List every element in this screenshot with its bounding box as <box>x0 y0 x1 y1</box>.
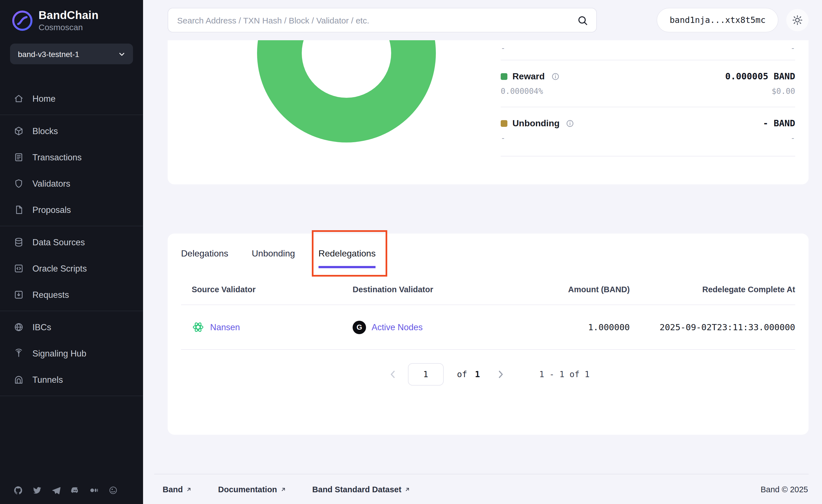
reward-amount: 0.000005 BAND <box>725 71 795 82</box>
sun-icon <box>792 15 803 26</box>
sidebar-item-label: Data Sources <box>32 237 85 247</box>
nansen-validator-icon <box>192 321 204 334</box>
sidebar-item-requests[interactable]: Requests <box>0 282 143 308</box>
github-icon[interactable] <box>13 486 23 495</box>
staking-tabs: Delegations Unbonding Redelegations <box>181 233 795 268</box>
blocks-icon <box>13 126 24 136</box>
footer: Band Documentation Band Standard Dataset… <box>154 474 809 504</box>
sidebar-item-proposals[interactable]: Proposals <box>0 197 143 223</box>
balance-breakdown-panel: - - Reward 0.000005 BAND 0.000004% <box>501 44 795 156</box>
validators-icon <box>13 178 24 189</box>
sidebar-item-blocks[interactable]: Blocks <box>0 118 143 144</box>
bandchain-logo-icon <box>11 9 34 32</box>
pagination-of-label: of <box>457 369 467 379</box>
column-destination-validator: Destination Validator <box>353 285 501 294</box>
unbonding-percent: - <box>501 133 505 142</box>
brand[interactable]: BandChain Cosmoscan <box>0 0 143 32</box>
coingecko-icon[interactable] <box>108 486 118 495</box>
tab-redelegations[interactable]: Redelegations <box>319 248 376 268</box>
active-nodes-validator-icon: G <box>353 321 366 334</box>
sidebar-item-label: Oracle Scripts <box>32 264 87 274</box>
unbonding-label: Unbonding <box>512 118 560 128</box>
discord-icon[interactable] <box>70 486 80 495</box>
redelegate-complete-at-value: 2025-09-02T23:11:33.000000 <box>630 322 795 332</box>
column-amount: Amount (BAND) <box>501 285 630 294</box>
tunnels-icon <box>13 374 24 385</box>
account-summary-card: - - Reward 0.000005 BAND 0.000004% <box>168 40 809 184</box>
balance-row-partial: - - <box>501 44 795 60</box>
search-icon[interactable] <box>577 14 588 26</box>
external-link-icon <box>186 486 192 493</box>
balance-row-reward: Reward 0.000005 BAND 0.000004% $0.00 <box>501 60 795 107</box>
ibcs-icon <box>13 322 24 333</box>
external-link-icon <box>280 486 287 493</box>
column-source-validator: Source Validator <box>192 285 353 294</box>
balance-sub-right: - <box>790 44 795 52</box>
total-pages: 1 <box>475 369 480 379</box>
copyright-text: Band © 2025 <box>761 485 809 494</box>
brand-subtitle: Cosmoscan <box>39 22 99 32</box>
wallet-address-button[interactable]: band1nja...xtx8t5mc <box>657 8 778 32</box>
wallet-address: band1nja...xtx8t5mc <box>670 15 766 25</box>
content-area: - - Reward 0.000005 BAND 0.000004% <box>143 40 822 474</box>
info-icon[interactable] <box>566 119 575 128</box>
telegram-icon[interactable] <box>51 486 61 495</box>
info-icon[interactable] <box>551 72 560 81</box>
next-page-button[interactable] <box>494 368 507 381</box>
sidebar-item-data-sources[interactable]: Data Sources <box>0 229 143 256</box>
medium-icon[interactable] <box>89 486 99 495</box>
reward-percent: 0.000004% <box>501 87 543 95</box>
topbar: band1nja...xtx8t5mc <box>143 0 822 40</box>
network-selector-value: band-v3-testnet-1 <box>18 49 79 58</box>
data-sources-icon <box>13 237 24 247</box>
previous-page-button[interactable] <box>387 368 399 381</box>
sidebar-item-transactions[interactable]: Transactions <box>0 144 143 170</box>
tab-delegations[interactable]: Delegations <box>181 248 228 268</box>
delegation-donut-chart <box>257 40 436 142</box>
app-root: BandChain Cosmoscan band-v3-testnet-1 Ho… <box>0 0 822 504</box>
unbonding-amount: - BAND <box>763 118 795 128</box>
network-selector[interactable]: band-v3-testnet-1 <box>10 44 133 64</box>
search-box <box>168 8 597 32</box>
sidebar-item-ibcs[interactable]: IBCs <box>0 314 143 340</box>
signaling-hub-icon <box>13 348 24 359</box>
pagination-range-text: 1 - 1 of 1 <box>539 369 590 379</box>
balance-sub-left: - <box>501 44 505 52</box>
sidebar-item-home[interactable]: Home <box>0 85 143 112</box>
unbonding-usd: - <box>790 133 795 142</box>
sidebar-item-label: Transactions <box>32 152 82 162</box>
chevron-down-icon <box>117 49 126 58</box>
footer-link-documentation[interactable]: Documentation <box>218 485 287 494</box>
tab-unbonding[interactable]: Unbonding <box>252 248 295 268</box>
destination-validator-link[interactable]: Active Nodes <box>372 322 423 332</box>
reward-label: Reward <box>512 71 545 81</box>
brand-title: BandChain <box>39 9 99 22</box>
theme-toggle-button[interactable] <box>786 9 809 31</box>
sidebar-nav: Home Blocks Transactions Validators <box>0 83 143 396</box>
sidebar-item-tunnels[interactable]: Tunnels <box>0 367 143 393</box>
reward-bullet <box>501 73 507 80</box>
footer-link-band-standard-dataset[interactable]: Band Standard Dataset <box>312 485 411 494</box>
twitter-icon[interactable] <box>32 486 42 495</box>
sidebar-item-label: Proposals <box>32 205 71 215</box>
sidebar-item-signaling-hub[interactable]: Signaling Hub <box>0 340 143 367</box>
footer-link-band[interactable]: Band <box>162 485 192 494</box>
sidebar-item-label: Signaling Hub <box>32 348 86 359</box>
table-row: Nansen G Active Nodes 1.000000 2025-09-0… <box>181 305 795 350</box>
oracle-scripts-icon <box>13 263 24 274</box>
pagination: 1 of 1 1 - 1 of 1 <box>181 363 795 386</box>
external-link-icon <box>404 486 411 493</box>
source-validator-link[interactable]: Nansen <box>210 322 240 332</box>
main-area: band1nja...xtx8t5mc - - <box>143 0 822 504</box>
sidebar-item-label: Validators <box>32 178 70 188</box>
sidebar-social-links <box>0 486 143 504</box>
sidebar-item-validators[interactable]: Validators <box>0 170 143 197</box>
sidebar-item-label: Tunnels <box>32 375 63 385</box>
sidebar-item-label: Blocks <box>32 126 58 136</box>
transactions-icon <box>13 152 24 162</box>
current-page-box[interactable]: 1 <box>408 363 444 386</box>
sidebar: BandChain Cosmoscan band-v3-testnet-1 Ho… <box>0 0 143 504</box>
search-input[interactable] <box>177 15 571 25</box>
requests-icon <box>13 290 24 300</box>
sidebar-item-oracle-scripts[interactable]: Oracle Scripts <box>0 256 143 282</box>
